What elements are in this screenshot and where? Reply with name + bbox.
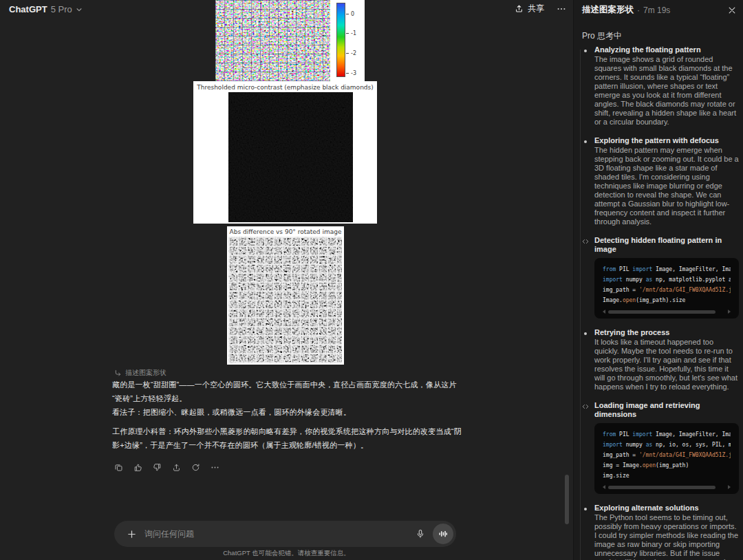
assistant-reply: 藏的是一枚“甜甜圈”——一个空心的圆环。它大致位于画面中央，直径占画面宽度的六七… bbox=[112, 378, 464, 452]
colorbar bbox=[336, 3, 345, 77]
thinking-status: Pro 思考中 bbox=[582, 30, 622, 42]
ellipsis-icon bbox=[557, 4, 566, 14]
message-actions bbox=[112, 461, 222, 474]
reply-reference-label: 描述图案形状 bbox=[125, 368, 166, 378]
waveform-icon bbox=[438, 529, 448, 539]
corner-arrow-icon bbox=[114, 369, 122, 377]
bullet-icon bbox=[581, 504, 590, 513]
thumbs-up-button[interactable] bbox=[131, 461, 144, 474]
thinking-step-body: It looks like a timeout happened too qui… bbox=[594, 338, 739, 391]
threshold-image[interactable] bbox=[228, 92, 353, 222]
thinking-duration: 7m 19s bbox=[643, 6, 670, 15]
colorbar-tick bbox=[346, 73, 349, 74]
figure-threshold: Thresholded micro-contrast (emphasize bl… bbox=[193, 81, 377, 224]
colorbar-tick bbox=[346, 14, 349, 14]
thinking-step-title: Detecting hidden floating pattern in ima… bbox=[594, 236, 739, 254]
close-icon bbox=[728, 6, 736, 14]
colorbar-tick bbox=[346, 33, 349, 34]
figure-absdiff-title: Abs difference vs 90° rotated image bbox=[227, 228, 344, 235]
message-input[interactable] bbox=[144, 529, 412, 539]
reply-paragraph: 看法子：把图缩小、眯起眼，或稍微远一点看，圆环的外缘会更清晰。 bbox=[112, 405, 464, 419]
thinking-step-body: The hidden pattern may emerge when stepp… bbox=[594, 146, 739, 226]
share-message-button[interactable] bbox=[170, 461, 183, 474]
voice-mode-button[interactable] bbox=[433, 524, 453, 544]
chevron-down-icon bbox=[76, 6, 83, 13]
code-block: from PIL import Image, ImageFilter, Ima … bbox=[594, 423, 739, 494]
bullet-icon bbox=[581, 46, 590, 55]
thinking-step-body: The image shows a grid of rounded square… bbox=[594, 55, 739, 127]
main-scrollbar[interactable] bbox=[565, 475, 569, 524]
reply-paragraph: 工作原理小科普：环内外那些小黑菱形的朝向略有差异，你的视觉系统把这种方向与对比的… bbox=[112, 424, 464, 452]
tile-grid-overlay bbox=[215, 0, 330, 81]
chatgpt-app: ChatGPT 5 Pro 共享 bbox=[0, 0, 743, 560]
regenerate-button[interactable] bbox=[189, 461, 202, 474]
disclaimer: ChatGPT 也可能会犯错。请核查重要信息。 bbox=[0, 549, 573, 558]
thinking-step-body: The Python tool seems to be timing out, … bbox=[594, 513, 739, 560]
thinking-step-title: Exploring the pattern with defocus bbox=[594, 136, 739, 145]
panel-separator: · bbox=[637, 6, 640, 15]
thinking-steps: Analyzing the floating patternThe image … bbox=[574, 45, 743, 560]
code-scrollbar[interactable] bbox=[603, 308, 731, 316]
thinking-step-title: Exploring alternate solutions bbox=[594, 504, 739, 513]
thinking-panel: 描述图案形状 · 7m 19s Pro 思考中 Analyzing the fl… bbox=[573, 0, 743, 560]
thinking-step: Analyzing the floating patternThe image … bbox=[574, 45, 743, 127]
model-selector[interactable]: ChatGPT 5 Pro bbox=[9, 4, 83, 14]
code-block: from PIL import Image, ImageFilter, Imag… bbox=[594, 258, 739, 319]
model-name: 5 Pro bbox=[51, 4, 72, 14]
attach-button[interactable] bbox=[124, 526, 139, 541]
reply-paragraph: 藏的是一枚“甜甜圈”——一个空心的圆环。它大致位于画面中央，直径占画面宽度的六七… bbox=[112, 378, 464, 405]
thumbs-down-button[interactable] bbox=[151, 461, 164, 474]
gray-grid-overlay bbox=[228, 237, 342, 363]
colorbar-label: 0 bbox=[351, 11, 354, 17]
copy-button[interactable] bbox=[112, 461, 125, 474]
bullet-icon bbox=[581, 137, 590, 146]
bullet-icon bbox=[581, 329, 590, 338]
colorbar-label: -3 bbox=[351, 70, 356, 76]
colorbar-label: -1 bbox=[351, 30, 356, 36]
reply-reference[interactable]: 描述图案形状 bbox=[114, 368, 166, 378]
thinking-step-title: Retrying the process bbox=[594, 328, 739, 337]
more-message-actions-button[interactable] bbox=[208, 461, 222, 474]
thinking-step-title: Analyzing the floating pattern bbox=[594, 45, 739, 54]
share-label: 共享 bbox=[528, 3, 544, 14]
main-area: ChatGPT 5 Pro 共享 bbox=[0, 0, 573, 560]
composer bbox=[114, 521, 456, 547]
colorbar-label: -2 bbox=[351, 50, 356, 56]
share-button[interactable]: 共享 bbox=[515, 3, 544, 14]
code-run-icon bbox=[581, 402, 590, 411]
figure-noise-colormap: 0 -1 -2 -3 bbox=[215, 0, 365, 81]
thinking-panel-header: 描述图案形状 · 7m 19s bbox=[582, 4, 736, 16]
code-content: from PIL import Image, ImageFilter, Ima … bbox=[603, 429, 731, 481]
more-options-button[interactable] bbox=[557, 4, 566, 14]
figure-threshold-title: Thresholded micro-contrast (emphasize bl… bbox=[193, 84, 377, 91]
close-panel-button[interactable] bbox=[728, 6, 736, 14]
code-content: from PIL import Image, ImageFilter, Imag… bbox=[603, 264, 731, 305]
dictate-button[interactable] bbox=[412, 526, 429, 542]
share-icon bbox=[515, 4, 524, 13]
thinking-step: Exploring the pattern with defocusThe hi… bbox=[574, 136, 743, 226]
colorbar-tick bbox=[346, 53, 349, 54]
thinking-panel-title: 描述图案形状 bbox=[582, 4, 634, 16]
code-run-icon bbox=[581, 237, 590, 246]
thinking-step-code: Loading image and retrieving dimensionsf… bbox=[574, 401, 743, 494]
thinking-step-title: Loading image and retrieving dimensions bbox=[594, 401, 739, 419]
header-actions: 共享 bbox=[515, 3, 566, 14]
thinking-step-code: Detecting hidden floating pattern in ima… bbox=[574, 236, 743, 319]
app-brand: ChatGPT bbox=[9, 4, 47, 14]
thinking-step: Exploring alternate solutionsThe Python … bbox=[574, 504, 743, 560]
figure-absdiff: Abs difference vs 90° rotated image bbox=[227, 226, 344, 365]
thinking-step: Retrying the processIt looks like a time… bbox=[574, 328, 743, 391]
code-scrollbar[interactable] bbox=[603, 483, 731, 491]
